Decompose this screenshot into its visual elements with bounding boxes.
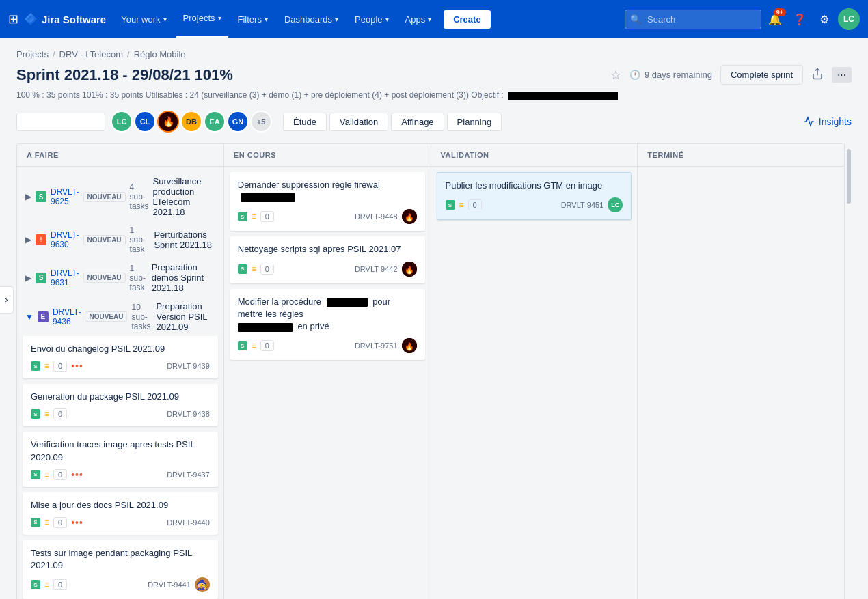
nav-dashboards[interactable]: Dashboards ▾ <box>277 0 345 38</box>
nav-filters[interactable]: Filters ▾ <box>231 0 275 38</box>
column-termine-content <box>638 167 844 178</box>
avatar-group: LC CL 🔥 DB EA GN +5 <box>111 111 272 133</box>
board-outer: A FAIRE ▶ S DRVLT-9625 NOUVEAU 4 sub-tas… <box>16 143 845 599</box>
breadcrumb-reglo[interactable]: Réglo Mobile <box>134 49 186 59</box>
more-dots[interactable]: ••• <box>71 517 83 528</box>
card-9437-footer: S ≡ 0 ••• DRVLT-9437 <box>31 469 210 480</box>
avatar-lc[interactable]: LC <box>111 111 133 133</box>
card-9438-footer: S ≡ 0 DRVLT-9438 <box>31 408 210 419</box>
filters-bar: 🔍 LC CL 🔥 DB EA GN +5 Étude Validation A… <box>16 111 852 133</box>
column-en-cours-header: EN COURS <box>224 144 431 167</box>
card-9442[interactable]: Nettoyage scripts sql apres PSIL 2021.07… <box>230 236 425 283</box>
tab-affinage[interactable]: Affinage <box>391 113 444 131</box>
card-9440[interactable]: Mise a jour des docs PSIL 2021.09 S ≡ 0 … <box>23 492 218 535</box>
tab-etude[interactable]: Étude <box>283 113 327 131</box>
help-icon: ❓ <box>793 13 806 26</box>
story-icon-sm: S <box>31 409 40 419</box>
card-9440-title: Mise a jour des docs PSIL 2021.09 <box>31 499 210 512</box>
card-9437-title: Verification traces image apres tests PS… <box>31 438 210 463</box>
tab-validation[interactable]: Validation <box>329 113 388 131</box>
epic-id-9625[interactable]: DRVLT-9625 <box>51 187 79 206</box>
more-actions-button[interactable]: ⋯ <box>832 67 852 83</box>
epic-expand-9631[interactable]: ▶ <box>25 273 31 283</box>
column-validation-content: Publier les modifications GTM en image S… <box>431 167 638 231</box>
page-title: Sprint 2021.18 - 29/08/21 101% <box>16 66 233 84</box>
nav-people[interactable]: People ▾ <box>348 0 395 38</box>
avatar-ea[interactable]: EA <box>204 111 226 133</box>
jira-diamond-icon <box>24 12 38 26</box>
search-input[interactable] <box>625 10 761 29</box>
breadcrumb-drv[interactable]: DRV - LTelecom <box>59 49 123 59</box>
task-count: 0 <box>468 199 482 210</box>
nav-your-work[interactable]: Your work ▾ <box>114 0 173 38</box>
card-9441[interactable]: Tests sur image pendant packaging PSIL 2… <box>23 540 218 599</box>
column-en-cours-content: Demander suppression règle firewal S ≡ 0… <box>224 167 431 371</box>
share-icon <box>811 68 824 80</box>
more-dots[interactable]: ••• <box>71 361 83 372</box>
notifications-button[interactable]: 🔔 9+ <box>764 8 786 30</box>
card-9448[interactable]: Demander suppression règle firewal S ≡ 0… <box>230 172 425 231</box>
board-scrollbar[interactable] <box>845 143 852 599</box>
epic-id-9631[interactable]: DRVLT-9631 <box>51 268 79 288</box>
epic-id-9630[interactable]: DRVLT-9630 <box>51 230 79 249</box>
sprint-stats: 100 % : 35 points 101% : 35 points Utili… <box>16 90 852 100</box>
priority-icon: ≡ <box>44 361 49 371</box>
avatar-cl[interactable]: CL <box>134 111 156 133</box>
redacted-text-9751b <box>238 323 293 332</box>
redacted-text-9751a <box>327 298 368 307</box>
epic-title-9436: Preparation Version PSIL 2021.09 <box>156 301 215 332</box>
card-9439[interactable]: Envoi du changelog PSIL 2021.09 S ≡ 0 ••… <box>23 336 218 378</box>
tab-planning[interactable]: Planning <box>447 113 502 131</box>
avatar-more[interactable]: +5 <box>250 111 272 133</box>
card-9751-title: Modifier la procédure pour mettre les rè… <box>238 296 417 333</box>
app-logo[interactable]: Jira Software <box>24 12 106 26</box>
filter-tabs: Étude Validation Affinage Planning <box>283 113 502 131</box>
card-9442-title: Nettoyage scripts sql apres PSIL 2021.07 <box>238 243 417 255</box>
nav-apps[interactable]: Apps ▾ <box>398 0 439 38</box>
epic-row-9631: ▶ S DRVLT-9631 NOUVEAU 1 sub-task Prepar… <box>23 258 218 297</box>
notification-badge: 9+ <box>774 8 786 16</box>
card-9439-title: Envoi du changelog PSIL 2021.09 <box>31 343 210 355</box>
epic-expand-9630[interactable]: ▶ <box>25 235 31 245</box>
settings-button[interactable]: ⚙ <box>813 8 835 30</box>
insights-button[interactable]: Insights <box>804 116 852 127</box>
epic-expand-9436[interactable]: ▼ <box>25 312 33 322</box>
card-9437[interactable]: Verification traces image apres tests PS… <box>23 432 218 486</box>
epic-id-9436[interactable]: DRVLT-9436 <box>53 307 81 326</box>
card-9451[interactable]: Publier les modifications GTM en image S… <box>437 172 632 220</box>
epic-expand-9625[interactable]: ▶ <box>25 192 31 201</box>
epic-row-9630: ▶ ! DRVLT-9630 NOUVEAU 1 sub-task Pertur… <box>23 221 218 258</box>
avatar-mp[interactable]: 🔥 <box>157 111 179 133</box>
star-button[interactable]: ☆ <box>610 68 621 83</box>
card-9438[interactable]: Generation du package PSIL 2021.09 S ≡ 0… <box>23 384 218 426</box>
people-caret: ▾ <box>385 16 389 23</box>
nav-projects[interactable]: Projects ▾ <box>176 0 228 38</box>
avatar-db[interactable]: DB <box>180 111 202 133</box>
breadcrumb: Projects / DRV - LTelecom / Réglo Mobile <box>16 49 852 59</box>
task-id: DRVLT-9440 <box>167 518 210 527</box>
user-avatar[interactable]: LC <box>838 8 860 30</box>
projects-caret: ▾ <box>218 14 221 22</box>
filter-search-input[interactable] <box>16 113 105 131</box>
avatar-gn[interactable]: GN <box>227 111 249 133</box>
sidebar-toggle[interactable]: › <box>0 286 14 314</box>
story-icon-sm: S <box>31 518 40 527</box>
task-count: 0 <box>260 264 274 275</box>
card-9440-footer: S ≡ 0 ••• DRVLT-9440 <box>31 517 210 528</box>
card-9751[interactable]: Modifier la procédure pour mettre les rè… <box>230 289 425 361</box>
breadcrumb-projects[interactable]: Projects <box>16 49 49 59</box>
complete-sprint-button[interactable]: Complete sprint <box>720 65 803 85</box>
scrollbar-thumb[interactable] <box>847 149 851 204</box>
grid-icon[interactable]: ⊞ <box>8 12 18 27</box>
more-dots[interactable]: ••• <box>71 469 83 480</box>
badge-new-9630: NOUVEAU <box>83 235 126 245</box>
search-icon: 🔍 <box>630 14 641 25</box>
create-button[interactable]: Create <box>444 10 490 29</box>
task-id: DRVLT-9448 <box>355 212 398 221</box>
card-9448-title: Demander suppression règle firewal <box>238 179 417 204</box>
help-button[interactable]: ❓ <box>789 8 811 30</box>
card-9451-footer: S ≡ 0 DRVLT-9451 LC <box>446 197 623 212</box>
epic-sub-9436: 10 sub-tasks <box>131 303 152 331</box>
task-avatar-9448: 🔥 <box>402 209 417 224</box>
share-button[interactable] <box>811 68 824 83</box>
